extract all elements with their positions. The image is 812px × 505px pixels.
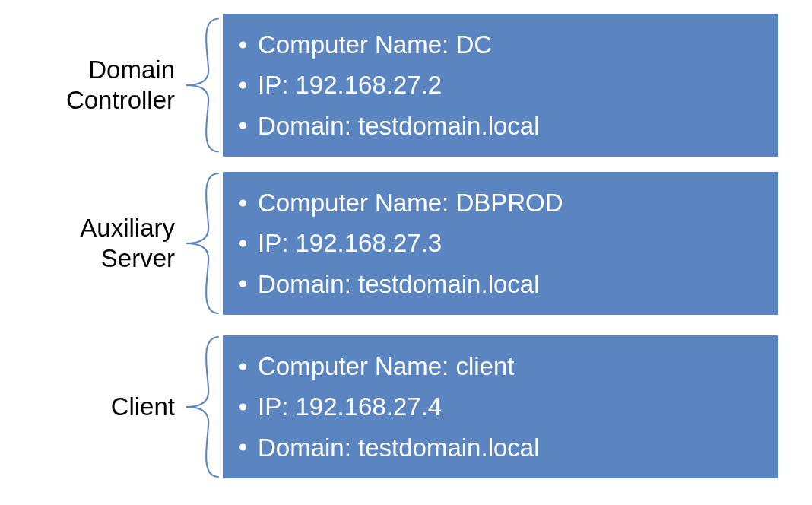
node-label-line1: Domain [0, 55, 175, 85]
brace-icon [175, 13, 223, 157]
network-diagram: Domain Controller Computer Name: DC IP: … [0, 0, 812, 505]
detail-ip: IP: 192.168.27.2 [232, 65, 770, 105]
brace-icon [175, 331, 223, 483]
node-label: Client [0, 392, 175, 422]
node-details: Computer Name: client IP: 192.168.27.4 D… [223, 335, 778, 478]
node-label-line1: Client [0, 392, 175, 422]
detail-ip: IP: 192.168.27.4 [232, 386, 770, 427]
node-details: Computer Name: DBPROD IP: 192.168.27.3 D… [223, 172, 778, 315]
node-label-line2: Controller [0, 85, 175, 116]
node-label: Auxiliary Server [0, 213, 175, 273]
detail-domain: Domain: testdomain.local [232, 264, 770, 304]
node-details: Computer Name: DC IP: 192.168.27.2 Domai… [223, 14, 778, 157]
node-auxiliary-server: Auxiliary Server Computer Name: DBPROD I… [0, 167, 812, 319]
node-details-box: Computer Name: DC IP: 192.168.27.2 Domai… [223, 14, 778, 157]
node-label-line1: Auxiliary [0, 213, 175, 243]
node-domain-controller: Domain Controller Computer Name: DC IP: … [0, 13, 812, 157]
node-client: Client Computer Name: client IP: 192.168… [0, 331, 812, 483]
node-details-box: Computer Name: client IP: 192.168.27.4 D… [223, 335, 778, 478]
detail-computer-name: Computer Name: DBPROD [232, 183, 770, 223]
detail-computer-name: Computer Name: client [232, 346, 770, 386]
detail-domain: Domain: testdomain.local [232, 427, 770, 468]
node-label: Domain Controller [0, 55, 175, 115]
detail-computer-name: Computer Name: DC [232, 24, 770, 65]
node-label-line2: Server [0, 243, 175, 274]
detail-domain: Domain: testdomain.local [232, 106, 770, 146]
detail-ip: IP: 192.168.27.3 [232, 223, 770, 263]
node-details-box: Computer Name: DBPROD IP: 192.168.27.3 D… [223, 172, 778, 315]
brace-icon [175, 167, 223, 319]
